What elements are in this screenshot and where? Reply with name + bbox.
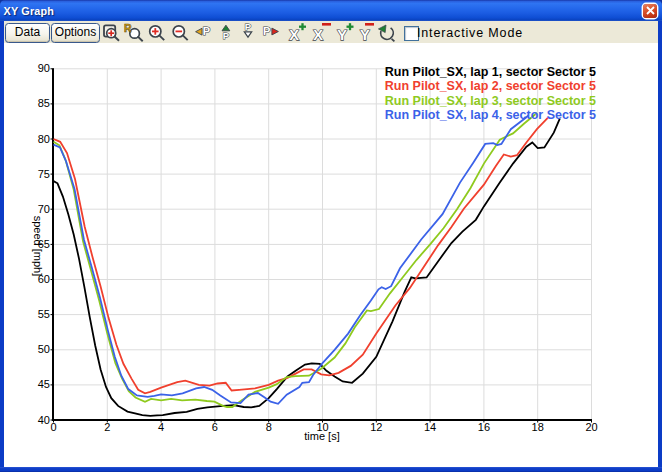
svg-text:2: 2 (104, 421, 110, 433)
svg-text:X: X (313, 27, 323, 43)
svg-text:Run Pilot_SX, lap 3, sector Se: Run Pilot_SX, lap 3, sector Sector 5 (385, 94, 596, 108)
svg-text:16: 16 (478, 421, 490, 433)
svg-text:12: 12 (370, 421, 382, 433)
svg-text:40: 40 (38, 414, 50, 426)
svg-text:P: P (223, 30, 230, 41)
svg-text:85: 85 (38, 97, 50, 109)
svg-text:Run Pilot_SX, lap 1, sector Se: Run Pilot_SX, lap 1, sector Sector 5 (385, 65, 596, 79)
svg-text:55: 55 (38, 308, 50, 320)
svg-text:0: 0 (50, 421, 56, 433)
svg-text:90: 90 (38, 62, 50, 74)
svg-text:Y: Y (337, 27, 347, 43)
svg-text:P: P (263, 25, 270, 37)
svg-text:14: 14 (424, 421, 436, 433)
svg-text:45: 45 (38, 378, 50, 390)
svg-text:R: R (124, 22, 132, 34)
svg-text:6: 6 (212, 421, 218, 433)
svg-text:Run Pilot_SX, lap 4, sector Se: Run Pilot_SX, lap 4, sector Sector 5 (385, 108, 596, 122)
svg-text:50: 50 (38, 343, 50, 355)
svg-text:speed [mph]: speed [mph] (32, 216, 44, 277)
svg-text:8: 8 (266, 421, 272, 433)
svg-text:75: 75 (38, 168, 50, 180)
svg-text:80: 80 (38, 133, 50, 145)
svg-text:X: X (289, 27, 299, 43)
svg-text:P: P (203, 25, 210, 37)
svg-text:time [s]: time [s] (304, 430, 339, 442)
svg-text:P: P (245, 21, 252, 32)
svg-text:Y: Y (360, 27, 370, 43)
svg-text:20: 20 (585, 421, 597, 433)
svg-text:18: 18 (532, 421, 544, 433)
svg-text:Run Pilot_SX, lap 2, sector Se: Run Pilot_SX, lap 2, sector Sector 5 (385, 79, 596, 93)
svg-text:4: 4 (158, 421, 164, 433)
svg-text:70: 70 (38, 203, 50, 215)
